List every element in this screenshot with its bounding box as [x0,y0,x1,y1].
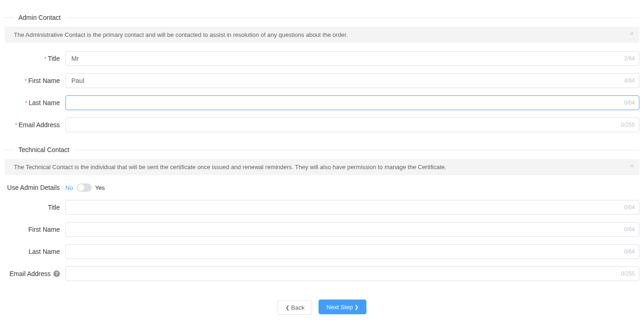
admin-info-banner: The Administrative Contact is the primar… [5,27,639,43]
admin-lastname-input[interactable] [65,95,639,110]
divider-line [65,18,639,18]
chevron-left-icon: ❮ [285,305,290,310]
use-admin-details-row: Use Admin Details No Yes [5,183,639,192]
chevron-right-icon: ❯ [354,305,359,310]
required-star: * [44,55,46,62]
label-text: Use Admin Details [7,184,60,191]
technical-email-label: Email Address ? [5,270,65,277]
technical-lastname-label: Last Name [5,248,65,255]
toggle-yes-label: Yes [95,184,105,191]
use-admin-label: Use Admin Details [5,184,65,191]
admin-email-input[interactable] [65,118,639,132]
admin-title-row: * Title 2/64 [5,51,639,66]
admin-title-label: * Title [5,55,65,62]
label-text: First Name [29,226,60,233]
use-admin-toggle[interactable] [77,183,92,192]
technical-firstname-row: First Name 0/64 [5,222,639,237]
toggle-no-label: No [65,184,73,191]
label-text: Last Name [29,99,60,106]
divider-line [5,150,14,150]
technical-lastname-row: Last Name 0/64 [5,244,639,259]
back-label: Back [291,304,305,311]
footer-actions: ❮ Back Next Step ❯ [5,300,639,315]
label-text: Last Name [29,248,60,255]
admin-firstname-label: * First Name [5,77,65,84]
label-text: Title [48,55,60,62]
label-text: Email Address [10,270,51,277]
help-icon[interactable]: ? [53,270,60,277]
back-button[interactable]: ❮ Back [278,300,313,315]
next-step-button[interactable]: Next Step ❯ [319,300,366,314]
admin-title-input[interactable] [65,51,639,66]
technical-info-text: The Technical Contact is the individual … [14,164,447,170]
divider-line [5,18,14,18]
close-icon[interactable]: × [630,30,634,37]
admin-lastname-label: * Last Name [5,99,65,106]
technical-email-input[interactable] [65,266,639,281]
admin-email-row: * Email Address 0/255 [5,118,639,132]
label-text: First Name [29,77,60,84]
required-star: * [15,122,17,129]
close-icon[interactable]: × [630,163,634,169]
label-text: Title [48,204,60,211]
admin-email-label: * Email Address [5,121,65,129]
section-technical-title: Technical Contact [14,146,74,153]
admin-firstname-input[interactable] [65,73,639,88]
technical-title-input[interactable] [65,200,639,215]
technical-firstname-input[interactable] [65,222,639,237]
technical-lastname-input[interactable] [65,244,639,259]
technical-email-row: Email Address ? 0/255 [5,266,639,281]
next-label: Next Step [326,304,353,311]
admin-firstname-row: * First Name 4/64 [5,73,639,88]
label-text: Email Address [19,121,60,129]
technical-firstname-label: First Name [5,226,65,233]
admin-info-text: The Administrative Contact is the primar… [14,31,348,38]
section-admin-header: Admin Contact [5,14,639,21]
technical-title-row: Title 0/64 [5,200,639,215]
technical-title-label: Title [5,204,65,211]
admin-lastname-row: * Last Name 0/64 [5,95,639,110]
required-star: * [25,100,27,106]
required-star: * [24,77,27,84]
divider-line [74,150,639,150]
section-admin-title: Admin Contact [14,14,65,21]
technical-info-banner: The Technical Contact is the individual … [5,159,639,175]
section-technical-header: Technical Contact [5,146,639,153]
